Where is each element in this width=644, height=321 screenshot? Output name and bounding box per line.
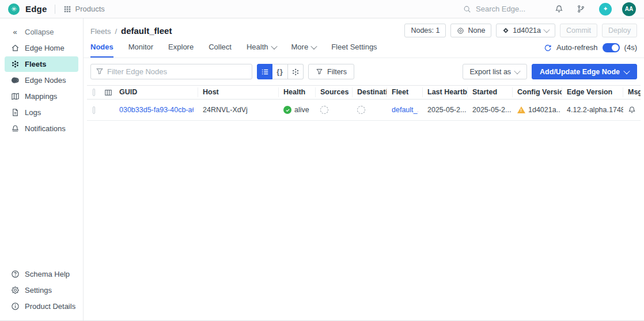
sidebar-collapse-button[interactable]: « Collapse <box>5 24 78 40</box>
search-icon <box>463 5 471 13</box>
notifications-bell-button[interactable] <box>551 5 567 13</box>
started-cell: 2025-05-2... <box>468 106 513 114</box>
fleets-icon <box>10 60 20 68</box>
products-menu-button[interactable]: Products <box>63 5 104 13</box>
tab-collect[interactable]: Collect <box>209 43 232 58</box>
auto-refresh-control: Auto-refresh (4s) <box>544 43 637 58</box>
col-header-started[interactable]: Started <box>468 87 513 97</box>
loading-spinner-icon <box>320 106 328 114</box>
sidebar-item-fleets[interactable]: Fleets <box>5 56 78 72</box>
host-cell: 24RNVL-XdVj <box>198 106 279 114</box>
deploy-status-button[interactable]: None <box>450 24 491 37</box>
main-content: Fleets / default_fleet Nodes: 1 None <box>84 18 644 320</box>
col-header-guid[interactable]: GUID <box>115 87 198 97</box>
nodes-count-button[interactable]: Nodes: 1 <box>404 24 446 37</box>
col-header-host[interactable]: Host <box>198 87 279 97</box>
sidebar-item-logs[interactable]: Logs <box>5 105 78 120</box>
config-version-cell: 1d4021a.. <box>513 106 562 114</box>
sidebar-item-schema-help[interactable]: Schema Help <box>5 266 78 282</box>
user-avatar[interactable]: AA <box>622 2 636 16</box>
health-status-text: alive <box>294 106 309 114</box>
tab-more[interactable]: More <box>291 43 317 58</box>
commit-diamond-icon <box>502 27 509 34</box>
select-all-checkbox[interactable] <box>93 89 95 96</box>
topbar-divider <box>55 5 55 14</box>
help-circle-icon <box>10 270 20 278</box>
table-row: 030b33d5-fa93-40cb-a69b... 24RNVL-XdVj a… <box>87 100 641 121</box>
app-window: ✳ Edge Products Search Edge... ✦ AA « Co… <box>0 0 644 321</box>
config-version-text: 1d4021a.. <box>528 106 560 114</box>
sidebar-item-notifications[interactable]: Notifications <box>5 121 78 136</box>
col-header-health[interactable]: Health <box>279 87 316 97</box>
col-header-sources[interactable]: Sources <box>316 87 353 97</box>
top-bar: ✳ Edge Products Search Edge... ✦ AA <box>0 0 644 18</box>
row-checkbox[interactable] <box>93 106 95 114</box>
bell-icon[interactable] <box>628 106 636 114</box>
sidebar: « Collapse Edge Home Fleets Edge Nodes M… <box>0 18 84 320</box>
app-logo-icon[interactable]: ✳ <box>8 3 20 15</box>
col-header-edge-version[interactable]: Edge Version <box>562 87 623 97</box>
list-view-button[interactable] <box>257 64 272 79</box>
auto-refresh-toggle[interactable] <box>603 43 620 52</box>
col-header-fleet[interactable]: Fleet <box>387 87 423 97</box>
add-update-edge-node-button[interactable]: Add/Update Edge Node <box>532 64 637 79</box>
tab-explore[interactable]: Explore <box>168 43 194 58</box>
deploy-button[interactable]: Deploy <box>602 24 637 37</box>
col-header-config-version[interactable]: Config Version <box>513 87 562 97</box>
breadcrumb: Fleets / default_fleet <box>90 26 172 36</box>
filter-edge-nodes-input[interactable] <box>90 64 252 79</box>
global-search-input[interactable]: Search Edge... <box>463 5 525 13</box>
braces-icon: {} <box>276 68 283 76</box>
edge-version-cell: 4.12.2-alpha.17484 <box>562 106 623 114</box>
search-placeholder: Search Edge... <box>476 5 525 13</box>
column-picker-icon[interactable] <box>104 89 112 97</box>
chevron-down-icon <box>271 43 277 49</box>
cycle-icon <box>457 27 464 35</box>
edge-nodes-table: GUID Host Health Sources Destinations Fl… <box>84 85 644 121</box>
auto-refresh-interval: (4s) <box>624 43 637 52</box>
tab-nodes[interactable]: Nodes <box>90 43 113 58</box>
nodes-icon <box>10 76 20 85</box>
collapse-label: Collapse <box>25 28 54 36</box>
export-list-dropdown[interactable]: Export list as <box>463 64 528 79</box>
sidebar-item-edge-nodes[interactable]: Edge Nodes <box>5 72 78 88</box>
fleet-link[interactable]: default_... <box>392 106 418 114</box>
auto-refresh-label: Auto-refresh <box>556 43 598 52</box>
bell-alert-icon <box>10 124 20 133</box>
git-branch-icon <box>577 5 585 13</box>
msg-cell <box>623 106 641 114</box>
json-view-button[interactable]: {} <box>272 64 288 79</box>
filters-button[interactable]: Filters <box>308 64 354 79</box>
dots-grid-icon <box>291 68 300 76</box>
table-header-row: GUID Host Health Sources Destinations Fl… <box>87 85 641 100</box>
sidebar-item-mappings[interactable]: Mappings <box>5 89 78 104</box>
sidebar-item-settings[interactable]: Settings <box>5 282 78 298</box>
commit-version-dropdown[interactable]: 1d4021a <box>496 24 555 37</box>
chevron-down-icon <box>623 67 630 74</box>
col-header-last-heartbeat[interactable]: Last Heartbeat <box>423 87 468 97</box>
info-circle-icon <box>10 302 20 311</box>
map-icon <box>10 92 20 101</box>
products-label: Products <box>75 5 104 13</box>
guid-link[interactable]: 030b33d5-fa93-40cb-a69b... <box>119 106 194 114</box>
git-branch-button[interactable] <box>573 5 589 13</box>
chevron-down-icon <box>310 43 317 49</box>
breadcrumb-parent-link[interactable]: Fleets <box>90 27 111 36</box>
col-header-msg[interactable]: Msg <box>623 87 641 97</box>
assistant-button[interactable]: ✦ <box>599 3 612 16</box>
sidebar-item-edge-home[interactable]: Edge Home <box>5 40 78 56</box>
chevron-down-icon <box>514 67 520 74</box>
warning-triangle-icon <box>517 106 525 113</box>
chevrons-left-icon: « <box>10 28 20 36</box>
col-header-destinations[interactable]: Destinations <box>353 87 387 97</box>
tab-health[interactable]: Health <box>247 43 276 58</box>
tab-fleet-settings[interactable]: Fleet Settings <box>331 43 377 58</box>
sidebar-item-product-details[interactable]: Product Details <box>5 299 78 314</box>
destinations-cell <box>353 106 387 114</box>
refresh-icon[interactable] <box>544 44 552 52</box>
nodes-toolbar: {} Filters Export list as Add/Update Edg… <box>84 58 644 85</box>
commit-button[interactable]: Commit <box>560 24 597 37</box>
bell-icon <box>555 5 563 13</box>
tab-monitor[interactable]: Monitor <box>128 43 153 58</box>
map-view-button[interactable] <box>288 64 304 79</box>
